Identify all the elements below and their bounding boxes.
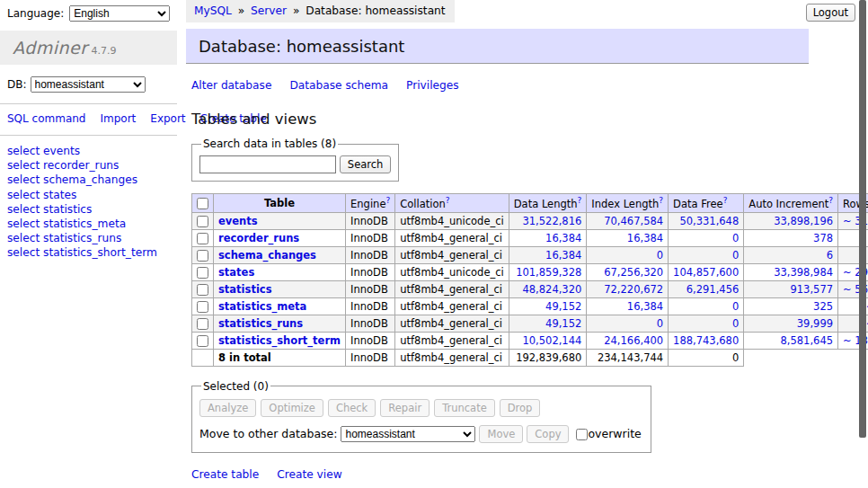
row-checkbox[interactable] — [197, 318, 208, 330]
row-checkbox[interactable] — [197, 250, 208, 262]
sidebar-select-table-link[interactable]: select statistics_runs — [7, 231, 177, 245]
index-length-link[interactable]: 67,256,320 — [604, 266, 663, 279]
auto-increment-link[interactable]: 325 — [813, 300, 833, 313]
auto-increment-link[interactable]: 39,999 — [797, 317, 833, 330]
table-name-link[interactable]: recorder_runs — [218, 232, 299, 244]
sidebar-select-table-link[interactable]: select recorder_runs — [7, 158, 177, 173]
help-icon[interactable]: ? — [578, 196, 582, 205]
selected-action-button[interactable]: Drop — [500, 399, 541, 417]
selected-action-button[interactable]: Analyze — [199, 399, 256, 417]
table-name-link[interactable]: events — [218, 215, 258, 227]
create-link[interactable]: Create table — [191, 468, 259, 481]
row-checkbox[interactable] — [197, 216, 208, 227]
vertical-scrollbar-thumb[interactable] — [859, 0, 866, 438]
overwrite-label[interactable]: overwrite — [588, 427, 641, 440]
data-free-cell: 0 — [669, 246, 744, 263]
col-header-data-free: Data Free? — [669, 194, 744, 213]
index-length-link[interactable]: 72,220,672 — [604, 283, 663, 296]
auto-increment-link[interactable]: 378 — [813, 232, 833, 244]
data-free-link[interactable]: 0 — [732, 300, 739, 313]
auto-increment-link[interactable]: 33,898,196 — [774, 215, 833, 227]
search-button[interactable]: Search — [340, 155, 392, 173]
data-free-link[interactable]: 0 — [732, 249, 739, 262]
sidebar-action-link[interactable]: Import — [100, 112, 136, 125]
language-row: Language:English — [0, 0, 177, 27]
collation-cell: utf8mb4_general_ci — [395, 297, 509, 315]
sidebar-select-table-link[interactable]: select schema_changes — [7, 173, 177, 187]
data-free-link[interactable]: 0 — [732, 317, 739, 330]
create-links: Create tableCreate view — [191, 468, 815, 481]
language-select[interactable]: English — [69, 5, 170, 22]
data-length-link[interactable]: 49,152 — [545, 317, 581, 330]
selected-action-button[interactable]: Optimize — [261, 399, 323, 417]
data-length-link[interactable]: 10,502,144 — [522, 334, 581, 347]
row-checkbox[interactable] — [197, 301, 208, 313]
col-header-label: Index Length — [591, 198, 659, 210]
data-length-link[interactable]: 16,384 — [545, 249, 581, 262]
copy-button[interactable]: Copy — [527, 425, 569, 443]
index-length-link[interactable]: 70,467,584 — [604, 215, 663, 227]
select-all-checkbox[interactable] — [197, 198, 208, 209]
data-free-link[interactable]: 0 — [732, 232, 739, 244]
index-length-cell: 16,384 — [587, 297, 669, 315]
selected-action-button[interactable]: Repair — [380, 399, 430, 417]
overwrite-checkbox[interactable] — [576, 429, 588, 440]
sidebar-select-table-link[interactable]: select states — [7, 188, 177, 202]
table-name-link[interactable]: states — [218, 266, 254, 279]
data-free-link[interactable]: 104,857,600 — [673, 266, 739, 279]
data-length-link[interactable]: 48,824,320 — [522, 283, 581, 296]
row-checkbox[interactable] — [197, 284, 208, 296]
help-icon[interactable]: ? — [385, 196, 390, 205]
logout-button[interactable]: Logout — [806, 4, 855, 22]
index-length-link[interactable]: 0 — [657, 317, 663, 330]
database-action-link[interactable]: Alter database — [191, 79, 271, 92]
data-length-link[interactable]: 49,152 — [545, 300, 581, 313]
table-name-link[interactable]: statistics — [218, 283, 272, 296]
table-name-link[interactable]: statistics_runs — [218, 317, 303, 330]
sidebar-action-link[interactable]: SQL command — [7, 112, 85, 125]
move-button[interactable]: Move — [479, 425, 523, 443]
row-checkbox[interactable] — [197, 267, 208, 279]
breadcrumb: MySQL » Server » Database: homeassistant — [186, 0, 455, 22]
data-length-link[interactable]: 31,522,816 — [522, 215, 581, 227]
table-name-link[interactable]: statistics_short_term — [218, 334, 341, 347]
selected-action-button[interactable]: Check — [328, 399, 376, 417]
sidebar-select-table-link[interactable]: select statistics_meta — [7, 217, 177, 231]
sidebar-select-table-link[interactable]: select statistics — [7, 202, 177, 217]
row-checkbox[interactable] — [197, 335, 208, 347]
auto-increment-link[interactable]: 8,581,645 — [781, 334, 834, 347]
help-icon[interactable]: ? — [828, 196, 833, 205]
sidebar-select-table-link[interactable]: select events — [7, 144, 177, 158]
data-free-link[interactable]: 188,743,680 — [673, 334, 739, 347]
index-length-link[interactable]: 16,384 — [627, 300, 663, 313]
move-database-select[interactable]: homeassistant — [341, 426, 475, 442]
auto-increment-link[interactable]: 6 — [827, 249, 833, 262]
breadcrumb-mysql-link[interactable]: MySQL — [194, 4, 232, 17]
sidebar-action-link[interactable]: Export — [150, 112, 185, 125]
index-length-link[interactable]: 16,384 — [627, 232, 663, 244]
help-icon[interactable]: ? — [723, 196, 728, 205]
db-select[interactable]: homeassistant — [31, 76, 146, 93]
index-length-link[interactable]: 0 — [657, 249, 663, 262]
table-row: events InnoDB utf8mb4_unicode_ci 31,522,… — [192, 212, 868, 229]
engine-cell: InnoDB — [346, 315, 395, 332]
help-icon[interactable]: ? — [446, 196, 450, 205]
row-checkbox[interactable] — [197, 233, 208, 244]
database-action-link[interactable]: Database schema — [289, 79, 388, 92]
help-icon[interactable]: ? — [659, 196, 663, 205]
data-free-link[interactable]: 50,331,648 — [679, 215, 739, 227]
selected-action-button[interactable]: Truncate — [434, 399, 495, 417]
create-link[interactable]: Create view — [277, 468, 341, 481]
table-name-link[interactable]: statistics_meta — [218, 300, 306, 313]
data-length-link[interactable]: 16,384 — [545, 232, 581, 244]
auto-increment-link[interactable]: 913,577 — [790, 283, 833, 296]
table-name-link[interactable]: schema_changes — [218, 249, 316, 262]
index-length-link[interactable]: 24,166,400 — [604, 334, 663, 347]
database-action-link[interactable]: Privileges — [406, 79, 459, 92]
auto-increment-link[interactable]: 33,398,984 — [774, 266, 833, 279]
data-length-link[interactable]: 101,859,328 — [516, 266, 581, 279]
data-free-link[interactable]: 6,291,456 — [686, 283, 740, 296]
search-input[interactable] — [199, 155, 336, 173]
breadcrumb-server-link[interactable]: Server — [251, 4, 287, 17]
sidebar-select-table-link[interactable]: select statistics_short_term — [7, 245, 177, 260]
